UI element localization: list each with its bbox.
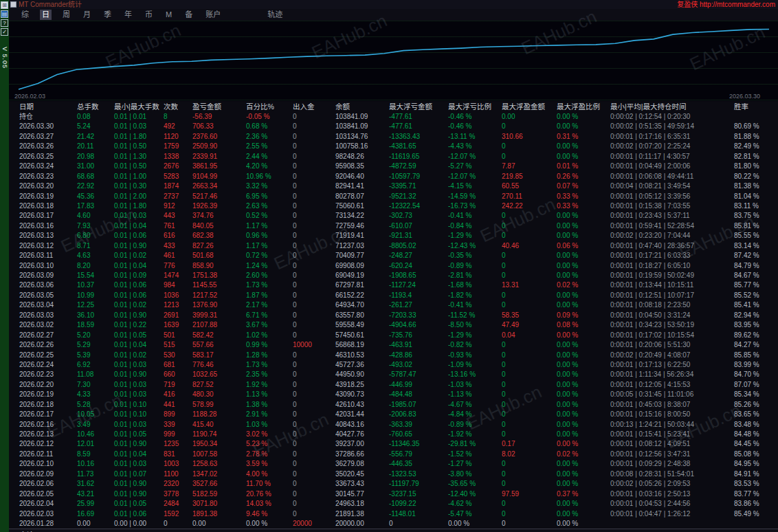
table-row[interactable]: 2026.02.1010.160.01 | 0.0310031258.633.5… [9, 459, 778, 469]
menu-item-日[interactable]: 日 [40, 10, 52, 20]
column-header[interactable]: 最小|最大手数 [114, 101, 164, 112]
table-cell: 0.01 | 0.03 [114, 211, 164, 221]
table-cell: 83.77 % [734, 489, 775, 499]
table-row[interactable]: 2026.02.185.280.01 | 0.10441578.991.38 %… [9, 400, 778, 410]
menu-item-周[interactable]: 周 [60, 10, 72, 20]
table-row[interactable]: 2026.03.167.930.01 | 0.04761840.051.17 %… [9, 221, 778, 231]
brand-link[interactable]: 复盈侠 http://mtcommander.com [677, 0, 775, 9]
column-header[interactable]: 出入金 [293, 101, 335, 112]
menu-item-年[interactable]: 年 [122, 10, 134, 20]
table-row[interactable]: 2026.02.0316.690.01 | 0.0615921891.389.4… [9, 509, 778, 519]
confirm-icon[interactable]: ✓ [1, 28, 8, 36]
table-row[interactable]: 2026.02.0911.730.01 | 0.0711001347.024.0… [9, 469, 778, 479]
table-row[interactable]: 2026.03.1817.830.01 | 1.809121926.392.63… [9, 201, 778, 211]
column-header[interactable]: 胜率 [734, 101, 775, 112]
column-header[interactable]: 盈亏金额 [192, 101, 246, 112]
table-row[interactable]: 2026.03.305.240.01 | 0.03492706.330.68 %… [9, 122, 778, 131]
table-cell: 5.39 [77, 351, 114, 360]
table-row[interactable]: 持仓0.080.01 | 0.018-56.39-0.05 %0103841.0… [9, 112, 778, 122]
table-row[interactable]: 2026.03.114.630.01 | 0.02461501.680.72 %… [9, 251, 778, 261]
table-row[interactable]: 2026.03.2620.110.01 | 0.5017592509.902.5… [9, 142, 778, 151]
equity-curve [19, 30, 769, 90]
table-cell: 0 [293, 112, 335, 122]
table-row[interactable]: 2026.02.0543.210.01 | 0.9037785182.5920.… [9, 489, 778, 499]
table-row[interactable]: 2026.03.0218.590.01 | 0.2216392107.883.6… [9, 320, 778, 330]
column-header[interactable]: 最大浮盈比例 [557, 101, 610, 112]
menu-item-月[interactable]: 月 [81, 10, 93, 20]
column-header[interactable]: 最小|平均|最大持仓时间 [610, 101, 734, 112]
window-icon[interactable]: ⊞ [1, 1, 8, 9]
table-row[interactable]: 2026.02.265.290.01 | 0.04515557.660.99 %… [9, 340, 778, 350]
table-row[interactable]: 2026.02.246.920.01 | 0.03681776.461.73 %… [9, 360, 778, 370]
table-row[interactable]: 2026.03.108.200.01 | 0.04776858.901.24 %… [9, 261, 778, 271]
table-total-row[interactable]: 合计638.1273784.7150.92 %30000-13363.43-35… [9, 529, 778, 532]
table-cell: 0.00 % [557, 390, 610, 399]
menu-item-trajectory[interactable]: 轨迹 [265, 10, 285, 20]
table-cell: 0.72 % [246, 251, 293, 261]
table-row[interactable]: 2026.02.1212.010.01 | 0.9012351950.345.2… [9, 439, 778, 449]
table-cell [610, 529, 734, 532]
table-row[interactable]: 2026.02.275.200.01 | 0.05501582.421.02 %… [9, 331, 778, 340]
table-row[interactable]: 2026.03.0510.990.01 | 0.0610361217.521.8… [9, 291, 778, 300]
column-header[interactable]: 最大浮亏比例 [448, 101, 502, 112]
column-header[interactable]: 最大浮盈金额 [502, 101, 557, 112]
table-row[interactable]: 2026.03.128.710.01 | 0.90433827.261.17 %… [9, 241, 778, 251]
table-row[interactable]: 2026.03.0412.250.01 | 0.0212131376.902.1… [9, 300, 778, 310]
table-row[interactable]: 2026.02.0425.990.01 | 0.0524843071.8014.… [9, 499, 778, 509]
column-header[interactable]: 百分比% [246, 101, 293, 112]
table-row[interactable]: 2026.02.207.300.01 | 0.03719827.521.92 %… [9, 380, 778, 390]
table-row[interactable]: 2026.03.2721.420.01 | 1.8011202376.602.3… [9, 132, 778, 142]
table-cell: -10597.79 [389, 172, 448, 181]
table-cell: 2026.03.05 [19, 291, 77, 300]
menu-item-备[interactable]: 备 [183, 10, 194, 20]
table-row[interactable]: 2026.03.0915.540.01 | 0.0914741751.382.6… [9, 271, 778, 280]
table-cell: 0.00 % [557, 122, 610, 131]
table-cell: 22.92 [77, 181, 114, 191]
table-cell: 92046.40 [335, 172, 389, 181]
column-header[interactable]: 最大浮亏金额 [389, 101, 448, 112]
table-row[interactable]: 2026.02.255.390.01 | 0.02530583.171.28 %… [9, 351, 778, 360]
table-cell: 71919.41 [335, 231, 389, 241]
table-row[interactable]: 2026.02.194.330.01 | 0.03416480.301.13 %… [9, 390, 778, 399]
table-row[interactable]: 2026.01.280.000.00 | 0.0000.000.00 %2000… [9, 519, 778, 529]
column-header[interactable]: 总手数 [77, 101, 114, 112]
table-cell: 1.28 % [246, 351, 293, 360]
menu-item-账户[interactable]: 账户 [203, 10, 223, 20]
table-row[interactable]: 2026.03.1945.360.01 | 2.0027375217.466.9… [9, 192, 778, 201]
table-row[interactable]: 2026.02.163.490.01 | 0.03339415.401.03 %… [9, 420, 778, 430]
table-row[interactable]: 2026.03.174.600.01 | 0.03443374.760.52 %… [9, 211, 778, 221]
table-cell: 0 [502, 459, 557, 469]
menu-item-币[interactable]: 币 [143, 10, 155, 20]
column-header[interactable]: 日期 [19, 101, 77, 112]
table-cell: -0.35 % [448, 251, 502, 261]
table-cell: 37286.66 [335, 450, 389, 459]
table-cell: 0.01 | 1.00 [114, 172, 164, 181]
table-row[interactable]: 2026.03.0336.100.01 | 0.9026913999.316.7… [9, 311, 778, 320]
table-cell: 21.42 [77, 132, 114, 142]
table-row[interactable]: 2026.02.2311.080.01 | 0.906601032.652.35… [9, 370, 778, 379]
help-icon[interactable]: ? [1, 19, 8, 27]
table-cell: 219.85 [502, 172, 557, 181]
menu-item-综[interactable]: 综 [19, 10, 31, 20]
table-row[interactable]: 2026.03.2368.680.01 | 1.0052839104.9910.… [9, 172, 778, 181]
menu-item-M[interactable]: M [164, 10, 174, 20]
column-header[interactable]: 余额 [335, 101, 389, 112]
table-row[interactable]: 2026.03.2431.000.01 | 0.5026763861.954.2… [9, 162, 778, 171]
table-row[interactable]: 2026.03.2520.980.01 | 1.3013382339.912.4… [9, 152, 778, 162]
table-row[interactable]: 2026.03.0610.370.01 | 0.069841145.551.73… [9, 280, 778, 290]
table-row[interactable]: 2026.02.0631.620.01 | 0.9023203527.6611.… [9, 479, 778, 489]
table-row[interactable]: 2026.03.2022.920.01 | 0.3018742663.343.3… [9, 181, 778, 191]
column-header[interactable]: 次数 [164, 101, 192, 112]
table-cell: 2509.90 [192, 142, 246, 151]
table-row[interactable]: 2026.02.1710.050.01 | 0.108991188.282.91… [9, 410, 778, 419]
table-cell: 0.01 | 0.03 [114, 122, 164, 131]
table-row[interactable]: 2026.03.136.800.01 | 0.06616682.380.96 %… [9, 231, 778, 241]
table-cell: -2006.83 [389, 410, 448, 419]
table-row[interactable]: 2026.02.1310.460.01 | 0.059991190.743.02… [9, 430, 778, 439]
table-cell: 0.00 % [557, 469, 610, 479]
menu-bar: 综日周月季年币M备账户 轨迹 [9, 9, 778, 21]
table-cell: 2026.03.26 [19, 142, 77, 151]
chart-icon[interactable]: ▤ [1, 10, 8, 18]
table-row[interactable]: 2026.02.118.590.01 | 0.048311007.582.78 … [9, 450, 778, 459]
menu-item-季[interactable]: 季 [102, 10, 113, 20]
